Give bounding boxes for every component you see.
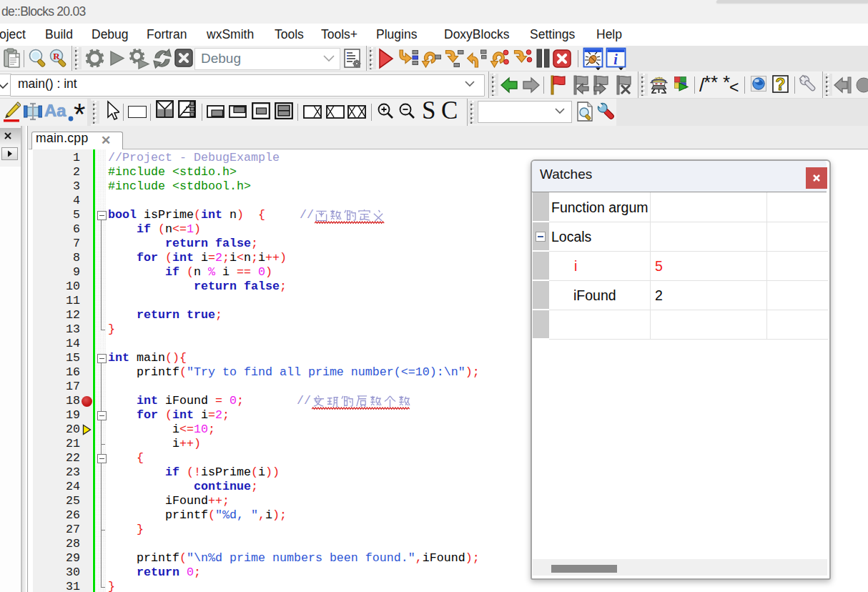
svg-text:*: *	[74, 100, 85, 124]
svg-text:i: i	[613, 51, 618, 67]
svg-text:?: ?	[775, 75, 785, 93]
svg-text:<: <	[729, 78, 739, 96]
svg-text:**: **	[704, 73, 718, 93]
